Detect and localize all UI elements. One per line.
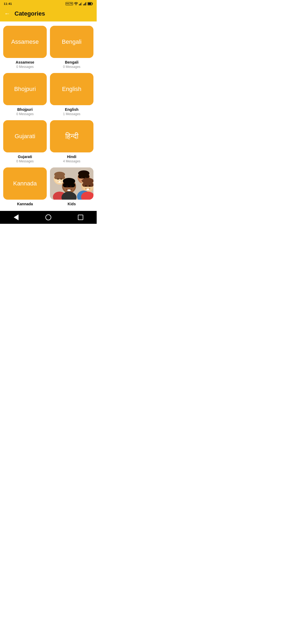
signal-icon xyxy=(79,2,82,5)
category-label-hindi: Hindi xyxy=(67,155,77,159)
category-card-label-bhojpuri: Bhojpuri xyxy=(12,83,38,95)
svg-rect-9 xyxy=(92,3,93,5)
category-card-assamese[interactable]: Assamese xyxy=(3,26,47,58)
svg-point-31 xyxy=(66,186,68,188)
category-card-english[interactable]: English xyxy=(50,73,93,105)
svg-point-19 xyxy=(58,181,61,182)
category-card-label-assamese: Assamese xyxy=(9,36,41,47)
svg-rect-7 xyxy=(86,2,86,5)
svg-point-35 xyxy=(71,189,72,189)
category-bengali[interactable]: Bengali Bengali 0 Messages xyxy=(50,26,93,69)
status-bar: 11:41 VoLTE xyxy=(0,0,97,8)
category-card-gujarati[interactable]: Gujarati xyxy=(3,120,47,152)
nav-recents-button[interactable] xyxy=(76,214,85,221)
svg-rect-39 xyxy=(82,183,93,187)
header: ← Categories xyxy=(0,8,97,21)
svg-point-40 xyxy=(85,185,87,187)
category-count-assamese: 0 Messages xyxy=(16,65,34,69)
category-card-label-bengali: Bengali xyxy=(60,36,84,47)
status-time: 11:41 xyxy=(4,2,12,5)
nav-back-button[interactable] xyxy=(11,214,21,221)
category-kids[interactable]: Kids xyxy=(50,167,93,207)
svg-point-17 xyxy=(57,178,59,180)
signal2-icon xyxy=(83,2,86,5)
svg-rect-6 xyxy=(85,3,85,5)
nav-home-button[interactable] xyxy=(44,214,53,221)
category-count-bengali: 0 Messages xyxy=(63,65,81,69)
category-label-assamese: Assamese xyxy=(16,60,34,64)
category-hindi[interactable]: हिन्दी Hindi 4 Messages xyxy=(50,120,93,163)
svg-rect-16 xyxy=(54,175,65,179)
category-card-label-hindi: हिन्दी xyxy=(63,130,81,143)
svg-point-24 xyxy=(81,177,83,179)
category-count-english: 1 Messages xyxy=(63,112,81,116)
svg-rect-10 xyxy=(88,3,91,5)
category-label-bengali: Bengali xyxy=(65,60,79,64)
category-count-gujarati: 0 Messages xyxy=(16,159,34,163)
category-assamese[interactable]: Assamese Assamese 0 Messages xyxy=(3,26,47,69)
bottom-navigation xyxy=(0,211,97,224)
svg-rect-1 xyxy=(80,4,80,5)
kids-image xyxy=(50,167,93,200)
svg-rect-3 xyxy=(81,2,82,5)
category-card-bengali[interactable]: Bengali xyxy=(50,26,93,58)
svg-rect-5 xyxy=(84,4,85,5)
category-card-label-gujarati: Gujarati xyxy=(12,131,37,142)
status-icons: VoLTE xyxy=(66,2,93,5)
category-label-gujarati: Gujarati xyxy=(18,155,32,159)
svg-rect-30 xyxy=(63,183,75,187)
recents-square-icon xyxy=(78,215,83,220)
category-gujarati[interactable]: Gujarati Gujarati 0 Messages xyxy=(3,120,47,163)
category-card-label-english: English xyxy=(60,83,84,95)
categories-grid: Assamese Assamese 0 Messages Bengali Ben… xyxy=(0,21,97,211)
svg-rect-4 xyxy=(83,4,84,5)
category-card-label-kannada: Kannada xyxy=(11,178,39,189)
category-card-bhojpuri[interactable]: Bhojpuri xyxy=(3,73,47,105)
svg-point-41 xyxy=(89,185,90,187)
svg-point-42 xyxy=(86,189,89,190)
page-title: Categories xyxy=(15,10,45,17)
svg-point-18 xyxy=(61,178,62,180)
category-count-bhojpuri: 0 Messages xyxy=(16,112,34,116)
category-english[interactable]: English English 1 Messages xyxy=(50,73,93,116)
category-kannada[interactable]: Kannada Kannada xyxy=(3,167,47,207)
category-count-hindi: 4 Messages xyxy=(63,159,81,163)
volte-icon: VoLTE xyxy=(66,2,73,5)
home-circle-icon xyxy=(45,214,51,220)
back-triangle-icon xyxy=(14,214,19,220)
svg-point-33 xyxy=(67,189,71,191)
category-label-kids: Kids xyxy=(68,202,76,206)
category-label-bhojpuri: Bhojpuri xyxy=(17,107,33,112)
category-bhojpuri[interactable]: Bhojpuri Bhojpuri 0 Messages xyxy=(3,73,47,116)
wifi-icon xyxy=(74,2,78,5)
category-label-english: English xyxy=(65,107,79,112)
battery-icon xyxy=(88,2,93,5)
category-card-hindi[interactable]: हिन्दी xyxy=(50,120,93,152)
svg-point-32 xyxy=(70,186,72,188)
svg-point-34 xyxy=(66,189,67,189)
category-label-kannada: Kannada xyxy=(17,202,33,206)
svg-rect-23 xyxy=(78,174,89,178)
category-card-kannada[interactable]: Kannada xyxy=(3,167,47,200)
svg-rect-2 xyxy=(81,3,81,5)
back-button[interactable]: ← xyxy=(4,11,10,17)
svg-rect-0 xyxy=(79,4,79,5)
category-card-kids[interactable] xyxy=(50,167,93,200)
